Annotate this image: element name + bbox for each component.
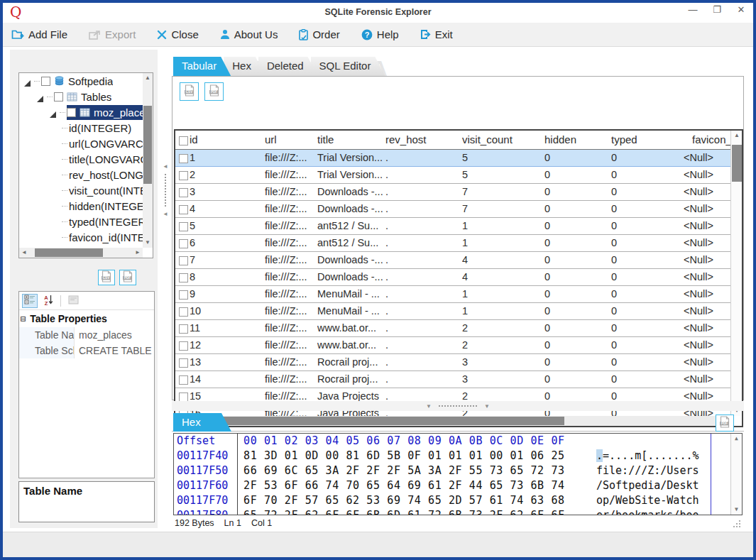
splitter-collapse-left-icon[interactable]: ◄ [163,163,168,170]
maximize-button[interactable]: ❐ [711,4,723,15]
tree-item-hidden[interactable]: hidden(INTEGER) [19,198,143,214]
tab-sql-editor[interactable]: SQL Editor [311,57,385,76]
tree-checkbox[interactable] [54,92,63,101]
splitter-collapse-down-icon[interactable]: ▼ [484,403,490,410]
grid-vertical-scrollbar[interactable]: ▲ ▼ [730,131,742,416]
tree-item-moz_places[interactable]: moz_places [19,104,143,120]
grid-row-5[interactable]: 5file:///Z:...ant512 / Su....100<Null> [175,217,730,234]
grid-row-9[interactable]: 9file:///Z:...MenuMail - ....100<Null> [175,285,730,302]
row-checkbox[interactable] [179,392,188,402]
hex-ascii[interactable]: .=....m[.......% [596,449,711,463]
properties-export-pdf-button[interactable]: PDF [119,270,136,285]
column-header-favicon_id[interactable]: favicon_id [684,131,730,149]
tree-item-id[interactable]: id(INTEGER) [19,120,143,136]
column-header-id[interactable]: id [190,131,265,149]
hex-export-pdf-button[interactable]: PDF [716,414,734,432]
grid-row-3[interactable]: 3file:///Z:...Downloads -....700<Null> [175,183,730,200]
row-checkbox[interactable] [179,341,188,351]
hex-ascii[interactable]: op/WebSite-Watch [596,493,711,508]
tree-item-title[interactable]: title(LONGVARCHAR) [19,151,143,167]
order-button[interactable]: Order [299,28,339,40]
property-row[interactable]: Table ScheCREATE TABLE n [19,343,154,358]
tree-vscroll-thumb[interactable] [143,106,152,184]
scroll-down-icon[interactable]: ▼ [143,238,153,248]
scroll-right-icon[interactable]: ► [133,248,143,258]
hex-bytes[interactable]: 65 72 2F 62 6F 6F 6B 6D 61 72 6B 73 2F 6… [238,508,596,515]
tab-tabular[interactable]: Tabular [173,57,231,76]
scroll-up-icon[interactable]: ▲ [731,434,742,444]
tree-expander-icon[interactable] [49,109,57,116]
grid-export-pdf-button[interactable]: PDF [204,82,224,101]
grid-row-11[interactable]: 11file:///Z:...www.bat.or....200<Null> [175,319,730,336]
column-header-hidden[interactable]: hidden [544,131,611,149]
grid-vscroll-thumb[interactable] [732,145,742,182]
select-all-checkbox[interactable] [179,136,188,146]
about-us-button[interactable]: About Us [220,28,278,40]
grid-row-6[interactable]: 6file:///Z:...ant512 / Su....100<Null> [175,234,730,251]
grid-row-13[interactable]: 13file:///Z:...Rocrail proj....300<Null> [175,353,730,370]
row-checkbox[interactable] [179,375,188,385]
tree-item-url[interactable]: url(LONGVARCHAR) [19,136,143,151]
alphabetical-sort-button[interactable]: AZ [40,294,56,308]
horizontal-splitter[interactable]: ▼ ▼ [172,401,744,411]
hex-ascii[interactable]: er/bookmarks/boo [596,508,711,515]
row-checkbox[interactable] [179,239,188,248]
tree-item-softpedia[interactable]: Softpedia [19,73,143,89]
scroll-left-icon[interactable]: ◄ [19,248,29,258]
scroll-up-icon[interactable]: ▲ [143,73,153,83]
row-checkbox[interactable] [179,307,188,317]
tree-expander-icon[interactable] [23,77,31,85]
tree-expander-icon[interactable] [36,93,44,101]
tab-deleted[interactable]: Deleted [258,57,318,76]
column-header-typed[interactable]: typed [611,131,684,149]
row-checkbox[interactable] [179,188,188,197]
hex-panel-tab[interactable]: Hex [173,413,231,432]
tree-checkbox[interactable] [67,108,76,117]
row-checkbox[interactable] [179,256,188,265]
hex-bytes[interactable]: 6F 70 2F 57 65 62 53 69 74 65 2D 57 61 7… [238,493,596,508]
resize-grip[interactable] [732,518,741,531]
row-checkbox[interactable] [179,290,188,300]
tree-item-typed[interactable]: typed(INTEGER) [19,214,143,229]
column-header-rev_host[interactable]: rev_host [385,131,462,149]
row-checkbox[interactable] [179,358,188,368]
property-category-header[interactable]: ⊟ Table Properties [19,310,154,327]
grid-row-10[interactable]: 10file:///Z:...MenuMail - ....100<Null> [175,302,730,319]
splitter-grip[interactable] [165,174,166,207]
close-button[interactable]: Close [157,28,198,40]
grid-row-2[interactable]: 2file:///Z:...Trial Version....500<Null> [175,166,730,183]
categorized-view-button[interactable] [22,294,38,308]
hex-bytes[interactable]: 81 3D 01 0D 00 81 6D 5B 0F 01 01 01 00 0… [238,449,596,463]
splitter-grip[interactable] [439,405,477,407]
tree-hscroll-thumb[interactable] [35,248,103,257]
row-checkbox[interactable] [179,205,188,214]
tree-checkbox[interactable] [41,77,50,86]
grid-row-1[interactable]: 1file:///Z:...Trial Version....500<Null> [175,149,730,166]
close-window-button[interactable]: ✕ [735,4,747,15]
add-file-button[interactable]: Add File [11,28,67,40]
hex-bytes[interactable]: 2F 53 6F 66 74 70 65 64 69 61 2F 44 65 7… [238,478,596,493]
property-row[interactable]: Table Nammoz_places [19,327,154,343]
hex-bytes[interactable]: 00 01 02 03 04 05 06 07 08 09 0A 0B 0C 0… [238,434,596,449]
tree-item-rev_host[interactable]: rev_host(LONGVARCHAR) [19,167,143,182]
minimize-button[interactable]: — [686,4,699,15]
tree-item-visit_count[interactable]: visit_count(INTEGER) [19,182,143,198]
row-checkbox[interactable] [179,222,188,231]
grid-export-csv-button[interactable]: CSV [180,82,199,101]
row-checkbox[interactable] [179,324,188,334]
tree-vertical-scrollbar[interactable]: ▲ ▼ [143,73,153,248]
grid-row-14[interactable]: 14file:///Z:...Rocrail proj....300<Null> [175,370,730,388]
row-checkbox[interactable] [179,171,188,180]
grid-hscroll-thumb[interactable] [187,417,564,425]
grid-row-7[interactable]: 7file:///Z:...Downloads -....400<Null> [175,251,730,268]
splitter-collapse-down-icon[interactable]: ▼ [426,403,432,410]
hex-ascii[interactable]: file:///Z:/Users [596,463,711,478]
tree-item-favicon_id[interactable]: favicon_id(INTEGER) [19,229,143,245]
scroll-down-icon[interactable]: ▼ [731,505,742,515]
row-checkbox[interactable] [179,154,188,163]
help-button[interactable]: ?Help [361,28,399,40]
exit-button[interactable]: Exit [420,28,453,40]
row-checkbox[interactable] [179,273,188,282]
tree-item-tables[interactable]: Tables [19,89,143,104]
hex-ascii[interactable]: /Softpedia/Deskt [596,478,711,493]
